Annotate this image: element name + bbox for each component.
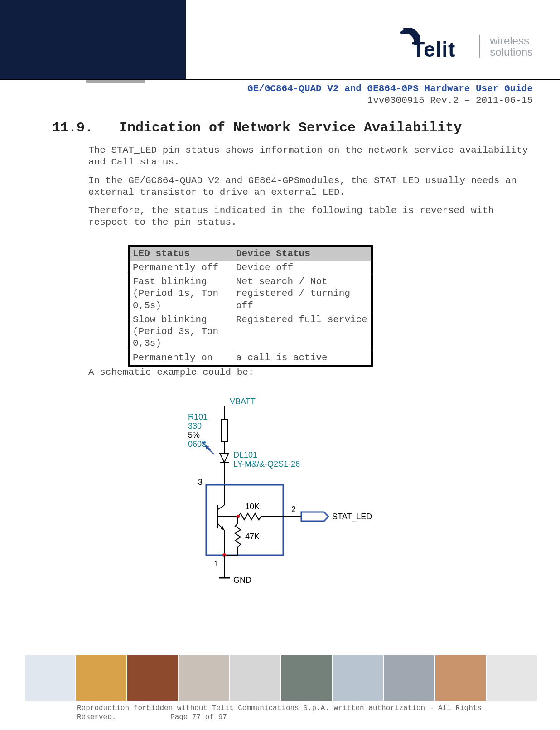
- schem-pin1: 1: [214, 559, 219, 569]
- schem-r-pkg: 0603: [188, 439, 206, 450]
- logo-word: Telit: [412, 37, 455, 63]
- schem-r-in: 10K: [245, 502, 260, 512]
- footer-reserved: Reserved.: [77, 713, 116, 721]
- table-row: Permanently on a call is active: [129, 351, 372, 366]
- cell-device: a call is active: [233, 351, 372, 366]
- cell-device: Device off: [233, 261, 372, 275]
- footer-tile: [25, 655, 75, 701]
- section-title: Indication of Network Service Availabili…: [119, 120, 462, 135]
- footer-notice: Reproduction forbidden without Telit Com…: [77, 704, 482, 712]
- para-4: A schematic example could be:: [88, 367, 533, 378]
- doc-revision: 1vv0300915 Rev.2 – 2011-06-15: [0, 95, 533, 106]
- footer-tile: [281, 655, 332, 701]
- banner-navy-block: [0, 0, 186, 79]
- para-1: The STAT_LED pin status shows informatio…: [88, 145, 533, 169]
- footer-page: Page 77 of 97: [170, 713, 227, 722]
- schem-signal: STAT_LED: [332, 512, 372, 522]
- footer-tile: [127, 655, 178, 701]
- page-banner: Telit wireless solutions: [0, 0, 560, 79]
- section-heading: 11.9. Indication of Network Service Avai…: [52, 120, 533, 137]
- footer-image-strip: [25, 655, 537, 701]
- th-led-status: LED status: [129, 246, 233, 261]
- led-status-table: LED status Device Status Permanently off…: [128, 245, 373, 367]
- cell-led: Permanently off: [129, 261, 233, 275]
- footer-tile: [435, 655, 486, 701]
- svg-marker-3: [220, 453, 229, 462]
- schem-led-part: LY-M&/&-Q2S1-26: [233, 459, 300, 469]
- para-3: Therefore, the status indicated in the f…: [88, 205, 533, 229]
- schematic-diagram: VBATT R101 330 5% 0603 DL101 LY-M&/&-Q2S…: [147, 396, 351, 605]
- banner-rule: [0, 79, 560, 80]
- schem-pin2: 2: [291, 504, 296, 515]
- running-header: GE/GC864-QUAD V2 and GE864-GPS Hardware …: [0, 79, 560, 107]
- schem-pin3: 3: [198, 477, 203, 488]
- footer-tile: [384, 655, 434, 701]
- schem-r-pd: 47K: [245, 532, 260, 542]
- cell-led: Permanently on: [129, 351, 233, 366]
- logo-tag-line2: solutions: [490, 46, 533, 58]
- para-2: In the GE/GC864-QUAD V2 and GE864-GPSmod…: [88, 175, 533, 199]
- cell-device: Net search / Not registered / turning of…: [233, 275, 372, 313]
- logo-tagline: wireless solutions: [479, 35, 533, 58]
- svg-rect-1: [221, 419, 227, 442]
- footer-tile: [333, 655, 383, 701]
- cell-led: Slow blinking (Period 3s, Ton 0,3s): [129, 313, 233, 351]
- section-number: 11.9.: [52, 120, 111, 137]
- logo-tag-line1: wireless: [490, 34, 529, 47]
- footer-text: Reproduction forbidden without Telit Com…: [77, 704, 530, 722]
- svg-marker-15: [221, 526, 224, 530]
- th-device-status: Device Status: [233, 246, 372, 261]
- footer-tile: [76, 655, 126, 701]
- schematic-svg: [147, 396, 351, 605]
- schem-vbatt: VBATT: [230, 396, 256, 407]
- brand-logo: Telit wireless solutions: [391, 28, 533, 64]
- table-row: Slow blinking (Period 3s, Ton 0,3s) Regi…: [129, 313, 372, 351]
- footer-tile: [487, 655, 537, 701]
- table-row: Fast blinking (Period 1s, Ton 0,5s) Net …: [129, 275, 372, 313]
- schem-gnd: GND: [233, 575, 251, 585]
- cell-device: Registered full service: [233, 313, 372, 351]
- doc-title: GE/GC864-QUAD V2 and GE864-GPS Hardware …: [0, 83, 533, 95]
- footer-tile: [179, 655, 229, 701]
- svg-line-13: [217, 505, 224, 510]
- cell-led: Fast blinking (Period 1s, Ton 0,5s): [129, 275, 233, 313]
- svg-marker-27: [301, 512, 328, 521]
- table-row: Permanently off Device off: [129, 261, 372, 275]
- logo-mark: Telit: [391, 28, 468, 64]
- footer-tile: [230, 655, 280, 701]
